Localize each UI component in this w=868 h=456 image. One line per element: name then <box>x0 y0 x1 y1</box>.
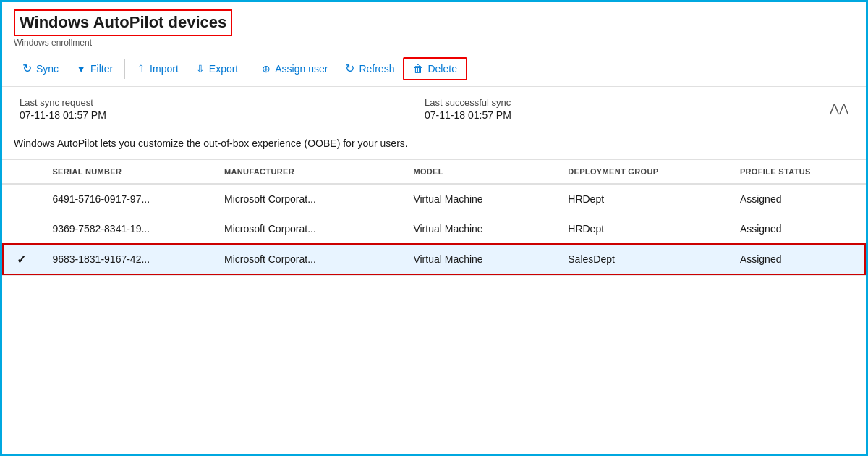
import-button[interactable]: ⇧ Import <box>128 59 187 79</box>
toolbar: ↻ Sync ▼ Filter ⇧ Import ⇩ Export ⊕ Assi… <box>2 51 866 87</box>
sync-successful-value: 07-11-18 01:57 PM <box>425 109 830 121</box>
sync-info: Last sync request 07-11-18 01:57 PM Last… <box>2 87 866 127</box>
col-header-profile[interactable]: PROFILE STATUS <box>728 160 866 184</box>
import-label: Import <box>150 63 179 75</box>
export-button[interactable]: ⇩ Export <box>187 59 247 79</box>
model-cell: Virtual Machine <box>401 243 556 275</box>
assign-user-button[interactable]: ⊕ Assign user <box>253 59 336 79</box>
sync-icon: ↻ <box>22 62 32 75</box>
table-header-row: SERIAL NUMBER MANUFACTURER MODEL DEPLOYM… <box>2 160 866 184</box>
page-wrapper: Windows AutoPilot devices Windows enroll… <box>2 2 866 454</box>
assign-user-label: Assign user <box>275 63 328 75</box>
profile-status-cell: Assigned <box>728 184 866 214</box>
import-icon: ⇧ <box>137 63 145 75</box>
manufacturer-cell: Microsoft Corporat... <box>213 243 401 275</box>
col-header-manufacturer[interactable]: MANUFACTURER <box>213 160 401 184</box>
delete-icon: 🗑 <box>413 63 423 75</box>
manufacturer-cell: Microsoft Corporat... <box>213 214 401 243</box>
manufacturer-cell: Microsoft Corporat... <box>213 184 401 214</box>
sync-request-label: Last sync request <box>20 97 425 108</box>
filter-icon: ▼ <box>76 63 86 75</box>
collapse-icon: ⋀⋀ <box>830 101 848 115</box>
refresh-button[interactable]: ↻ Refresh <box>336 57 403 80</box>
filter-label: Filter <box>90 63 113 75</box>
refresh-icon: ↻ <box>345 62 354 75</box>
col-header-model[interactable]: MODEL <box>401 160 556 184</box>
collapse-button[interactable]: ⋀⋀ <box>830 101 848 121</box>
header: Windows AutoPilot devices Windows enroll… <box>2 2 866 51</box>
sync-label: Sync <box>36 63 59 75</box>
separator-1 <box>124 59 125 79</box>
profile-status-cell: Assigned <box>728 214 866 243</box>
deployment-group-cell: HRDept <box>556 184 728 214</box>
row-checkbox[interactable] <box>2 184 41 214</box>
col-header-serial[interactable]: SERIAL NUMBER <box>41 160 213 184</box>
table-row[interactable]: 6491-5716-0917-97...Microsoft Corporat..… <box>2 184 866 214</box>
sync-button[interactable]: ↻ Sync <box>14 57 67 80</box>
deployment-group-cell: SalesDept <box>556 243 728 275</box>
delete-label: Delete <box>427 63 456 75</box>
refresh-label: Refresh <box>359 63 394 75</box>
breadcrumb: Windows enrollment <box>14 38 854 48</box>
devices-table: SERIAL NUMBER MANUFACTURER MODEL DEPLOYM… <box>2 160 866 276</box>
table-container: SERIAL NUMBER MANUFACTURER MODEL DEPLOYM… <box>2 160 866 454</box>
row-checkbox[interactable]: ✓ <box>2 243 41 275</box>
profile-status-cell: Assigned <box>728 243 866 275</box>
table-row[interactable]: 9369-7582-8341-19...Microsoft Corporat..… <box>2 214 866 243</box>
sync-request-value: 07-11-18 01:57 PM <box>20 109 425 121</box>
page-title: Windows AutoPilot devices <box>14 9 232 36</box>
model-cell: Virtual Machine <box>401 214 556 243</box>
sync-request-block: Last sync request 07-11-18 01:57 PM <box>20 97 425 121</box>
sync-successful-block: Last successful sync 07-11-18 01:57 PM <box>425 97 830 121</box>
deployment-group-cell: HRDept <box>556 214 728 243</box>
row-checkbox[interactable] <box>2 214 41 243</box>
checkbox-header <box>2 160 41 184</box>
table-row[interactable]: ✓9683-1831-9167-42...Microsoft Corporat.… <box>2 243 866 275</box>
export-label: Export <box>209 63 238 75</box>
assign-user-icon: ⊕ <box>262 63 271 75</box>
serial-cell: 6491-5716-0917-97... <box>41 184 213 214</box>
sync-successful-label: Last successful sync <box>425 97 830 108</box>
filter-button[interactable]: ▼ Filter <box>67 59 122 79</box>
serial-cell: 9369-7582-8341-19... <box>41 214 213 243</box>
model-cell: Virtual Machine <box>401 184 556 214</box>
col-header-deployment[interactable]: DEPLOYMENT GROUP <box>556 160 728 184</box>
export-icon: ⇩ <box>196 63 205 75</box>
delete-button[interactable]: 🗑 Delete <box>403 57 467 80</box>
description: Windows AutoPilot lets you customize the… <box>2 127 866 160</box>
separator-2 <box>250 59 250 79</box>
serial-cell: 9683-1831-9167-42... <box>41 243 213 275</box>
